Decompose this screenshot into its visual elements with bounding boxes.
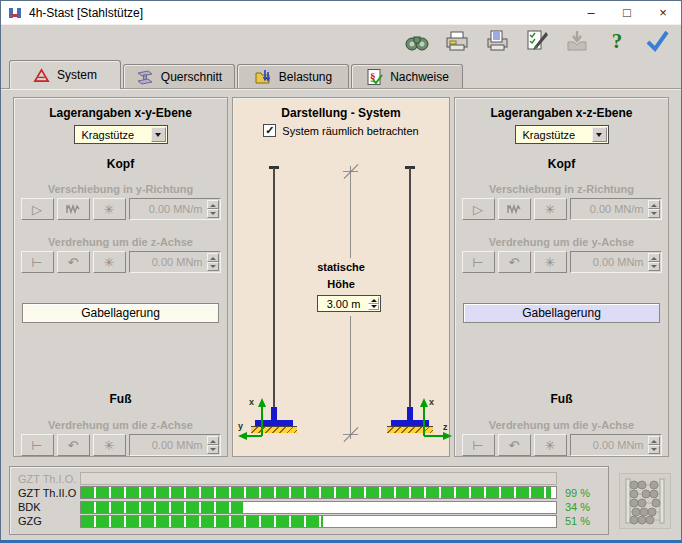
step-up-button[interactable] [207,436,219,445]
step-down-button[interactable] [648,262,660,271]
translation-row-xy: ▷ ✳ 0.00 MN/m [14,198,227,220]
tab-querschnitt-label: Querschnitt [161,70,222,84]
stepper [207,436,219,454]
step-up-button[interactable] [207,200,219,209]
print-icon[interactable] [443,27,471,55]
system-3d-row: ✓ System räumlich betrachten [233,124,449,137]
step-down-button[interactable] [648,209,660,218]
tab-system[interactable]: System [9,60,121,89]
rotation-spring-button[interactable]: ↶ [57,251,90,273]
free-support-icon: ▷ [32,203,42,216]
kopf-heading-xz: Kopf [455,157,668,171]
tab-belastung[interactable]: Belastung [237,64,349,88]
status-label: GZT Th.II.O [18,487,80,499]
fuss-rotation-stiffness-value-xz: 0.00 MNm [593,439,644,451]
spring-support-button[interactable] [498,198,531,220]
load-folder-icon [254,68,272,86]
step-down-button[interactable] [207,262,219,271]
rigid-support-button[interactable]: ✳ [534,434,567,456]
minimize-button[interactable]: – [573,1,609,24]
free-support-button[interactable]: ▷ [21,198,54,220]
svg-text:§: § [370,70,376,82]
step-down-button[interactable] [207,209,219,218]
rotation-spring-icon: ↶ [68,256,79,269]
fuss-rotation-stiffness-input-xz[interactable]: 0.00 MNm [570,434,662,456]
height-input[interactable]: 3.00 m [317,295,381,312]
help-icon[interactable]: ? [603,27,631,55]
rotation-spring-icon: ↶ [509,439,520,452]
support-type-select-xy[interactable]: Kragstütze [74,125,168,144]
gabellagerung-button-xz[interactable]: Gabellagerung [463,303,660,323]
chevron-down-icon[interactable] [151,127,166,142]
svg-text:z: z [443,422,448,432]
support-stem [271,407,277,420]
app-logo-icon [7,5,23,21]
app-window: 4h-Stast [Stahlstütze] – □ × ? [0,0,682,543]
svg-text:x: x [249,397,254,407]
chevron-down-icon[interactable] [592,127,607,142]
step-down-button[interactable] [368,304,379,311]
fixed-support-button[interactable]: ⊢ [21,251,54,273]
support-type-value-xz: Kragstütze [523,129,576,141]
fixed-support-button[interactable]: ⊢ [462,251,495,273]
rotation-spring-button[interactable]: ↶ [57,434,90,456]
fixed-support-button[interactable]: ⊢ [462,434,495,456]
rigid-support-button[interactable]: ✳ [534,251,567,273]
snowflake-icon: ✳ [545,439,556,452]
spring-support-button[interactable] [57,198,90,220]
stepper [648,436,660,454]
rotation-stiffness-input-xy[interactable]: 0.00 MNm [129,251,221,273]
search-binoculars-icon[interactable] [403,27,431,55]
progress-bar [80,472,557,485]
system-3d-checkbox[interactable]: ✓ [263,124,276,137]
step-up-button[interactable] [648,436,660,445]
close-button[interactable]: × [645,1,681,24]
stepper [207,200,219,218]
gabellagerung-button-xy[interactable]: Gabellagerung [22,303,219,323]
step-up-button[interactable] [648,253,660,262]
maximize-button[interactable]: □ [609,1,645,24]
tab-querschnitt[interactable]: Querschnitt [123,64,235,88]
rotation-spring-button[interactable]: ↶ [498,434,531,456]
axis-xy-icon: x y [237,394,271,440]
rotation-stiffness-input-xz[interactable]: 0.00 MNm [570,251,662,273]
rigid-support-button[interactable]: ✳ [534,198,567,220]
fuss-rotation-label-xy: Verdrehung um die z-Achse [14,419,227,431]
rigid-support-button[interactable]: ✳ [93,198,126,220]
step-down-button[interactable] [648,445,660,454]
status-row-gzt2: GZT Th.II.O 99 % [18,486,599,499]
window-controls: – □ × [573,1,681,24]
tab-bar: System Querschnitt Belastung § Nachweise [1,58,681,88]
step-down-button[interactable] [207,445,219,454]
rotation-stiffness-value-xy: 0.00 MNm [152,256,203,268]
panel-darstellung: Darstellung - System ✓ System räumlich b… [232,97,450,457]
translation-stiffness-input-xy[interactable]: 0.00 MN/m [129,198,221,220]
translation-stiffness-input-xz[interactable]: 0.00 MN/m [570,198,662,220]
stepper [648,200,660,218]
tab-nachweise[interactable]: § Nachweise [351,64,463,88]
fixed-support-button[interactable]: ⊢ [21,434,54,456]
support-type-value-xy: Kragstütze [82,129,135,141]
fuss-heading-xy: Fuß [14,392,227,406]
import-icon[interactable] [563,27,591,55]
toolbar: ? [1,24,681,58]
rotation-spring-icon: ↶ [68,439,79,452]
step-up-button[interactable] [648,200,660,209]
confirm-check-icon[interactable] [643,27,671,55]
rotation-spring-button[interactable]: ↶ [498,251,531,273]
fuss-rotation-stiffness-input-xy[interactable]: 0.00 MNm [129,434,221,456]
proof-paragraph-icon: § [365,68,383,86]
progress-bar [80,515,557,528]
rigid-support-button[interactable]: ✳ [93,251,126,273]
fuss-rotation-stiffness-value-xy: 0.00 MNm [152,439,203,451]
rigid-support-button[interactable]: ✳ [93,434,126,456]
panel-xz-title: Lagerangaben x-z-Ebene [455,106,668,120]
statische-label: statische [233,261,449,273]
rotation-label-xz: Verdrehung um die y-Achse [455,236,668,248]
checklist-pen-icon[interactable] [523,27,551,55]
step-up-button[interactable] [207,253,219,262]
free-support-button[interactable]: ▷ [462,198,495,220]
svg-text:y: y [238,421,243,431]
support-type-select-xz[interactable]: Kragstütze [515,125,609,144]
print-documents-icon[interactable] [483,27,511,55]
